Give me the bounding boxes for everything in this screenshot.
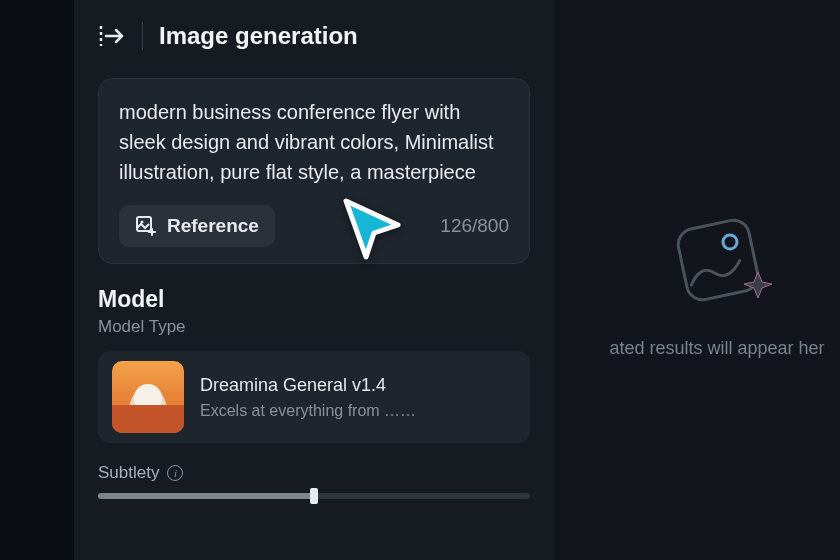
results-area: ated results will appear her [554, 0, 840, 560]
svg-rect-3 [675, 217, 760, 302]
model-description: Excels at everything from …… [200, 402, 416, 420]
panel-header: Image generation [98, 22, 530, 50]
results-placeholder-text: ated results will appear her [569, 338, 824, 359]
model-section-title: Model [98, 286, 530, 313]
reference-label: Reference [167, 215, 259, 237]
generation-panel: Image generation modern business confere… [74, 0, 554, 560]
svg-point-4 [723, 235, 737, 249]
slider-fill [98, 493, 314, 499]
subtlety-slider[interactable] [98, 493, 530, 499]
info-icon[interactable]: i [167, 465, 183, 481]
prompt-card: modern business conference flyer with sl… [98, 78, 530, 264]
page-title: Image generation [159, 22, 358, 50]
slider-thumb[interactable] [310, 488, 318, 504]
reference-image-icon [135, 215, 157, 237]
char-counter: 126/800 [440, 215, 509, 237]
reference-button[interactable]: Reference [119, 205, 275, 247]
model-name: Dreamina General v1.4 [200, 375, 416, 396]
model-selector[interactable]: Dreamina General v1.4 Excels at everythi… [98, 351, 530, 443]
model-section-sub: Model Type [98, 317, 530, 337]
prompt-input[interactable]: modern business conference flyer with sl… [119, 97, 509, 187]
image-placeholder-icon [662, 202, 772, 312]
divider [142, 22, 143, 50]
subtlety-label: Subtlety [98, 463, 159, 483]
left-rail [0, 0, 74, 560]
expand-right-icon[interactable] [98, 22, 126, 50]
model-thumbnail [112, 361, 184, 433]
